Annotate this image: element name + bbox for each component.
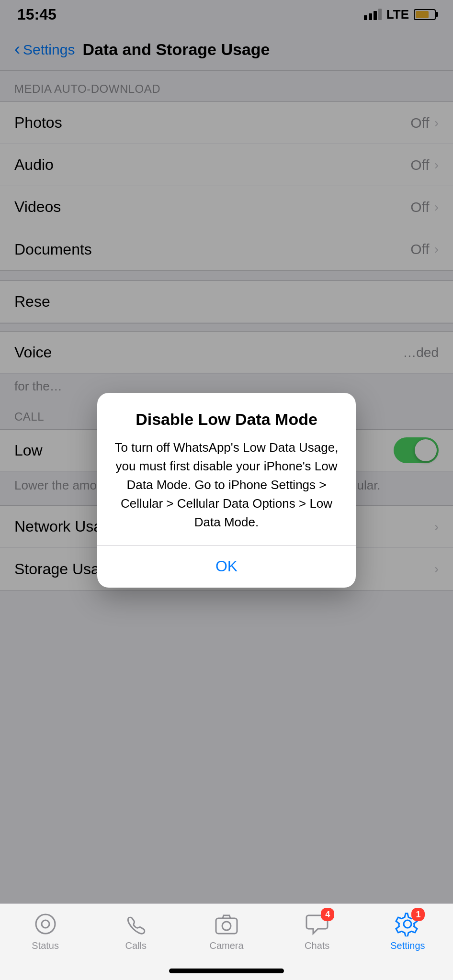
dialog-ok-button[interactable]: OK xyxy=(97,546,356,588)
tab-settings[interactable]: 1 Settings xyxy=(362,911,453,951)
calls-icon xyxy=(123,911,149,937)
svg-point-0 xyxy=(36,914,55,934)
dialog-title: Disable Low Data Mode xyxy=(114,410,339,429)
tab-calls-label: Calls xyxy=(125,940,147,951)
dialog-actions: OK xyxy=(97,546,356,588)
tab-settings-label: Settings xyxy=(390,940,425,951)
chats-icon: 4 xyxy=(304,911,330,937)
tab-status[interactable]: Status xyxy=(0,911,91,951)
tab-camera[interactable]: Camera xyxy=(181,911,272,951)
svg-rect-2 xyxy=(216,918,237,934)
chats-badge: 4 xyxy=(321,908,334,921)
settings-badge: 1 xyxy=(411,908,425,921)
alert-dialog: Disable Low Data Mode To turn off WhatsA… xyxy=(97,393,356,588)
status-icon xyxy=(32,911,59,937)
tab-calls[interactable]: Calls xyxy=(91,911,181,951)
svg-point-3 xyxy=(222,922,231,930)
svg-point-4 xyxy=(404,920,411,928)
tab-chats[interactable]: 4 Chats xyxy=(272,911,362,951)
settings-icon: 1 xyxy=(394,911,421,937)
camera-icon xyxy=(213,911,240,937)
tab-camera-label: Camera xyxy=(209,940,243,951)
dialog-body: Disable Low Data Mode To turn off WhatsA… xyxy=(97,393,356,545)
tab-chats-label: Chats xyxy=(305,940,329,951)
svg-point-1 xyxy=(42,920,49,928)
dialog-overlay: Disable Low Data Mode To turn off WhatsA… xyxy=(0,0,453,980)
dialog-message: To turn off WhatsApp's Low Data Usage, y… xyxy=(114,438,339,532)
tab-status-label: Status xyxy=(32,940,59,951)
home-indicator xyxy=(169,969,284,973)
